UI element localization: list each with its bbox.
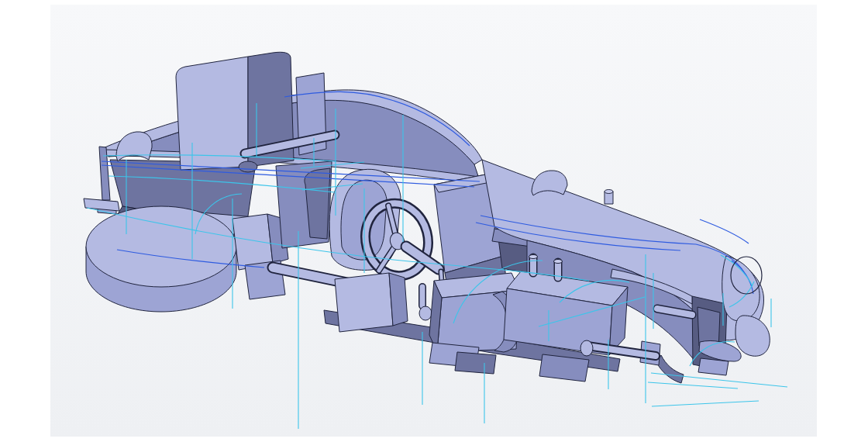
- app-page: [0, 0, 868, 442]
- face[interactable]: [580, 340, 593, 356]
- face[interactable]: [86, 206, 236, 287]
- face[interactable]: [176, 57, 248, 170]
- face[interactable]: [529, 255, 538, 259]
- face[interactable]: [735, 316, 770, 356]
- model-scene: [0, 0, 868, 442]
- face[interactable]: [455, 352, 496, 374]
- face[interactable]: [116, 132, 152, 161]
- face[interactable]: [335, 273, 393, 332]
- face[interactable]: [239, 161, 257, 172]
- sketch-line[interactable]: [700, 219, 749, 243]
- face[interactable]: [554, 260, 563, 264]
- bumper-plate[interactable]: [698, 358, 728, 375]
- seat[interactable]: [276, 161, 401, 270]
- face[interactable]: [419, 306, 432, 320]
- face[interactable]: [84, 199, 119, 211]
- headlight-pod[interactable]: [722, 256, 760, 321]
- face[interactable]: [232, 214, 273, 270]
- fuel-cap[interactable]: [604, 190, 613, 194]
- face[interactable]: [656, 355, 684, 383]
